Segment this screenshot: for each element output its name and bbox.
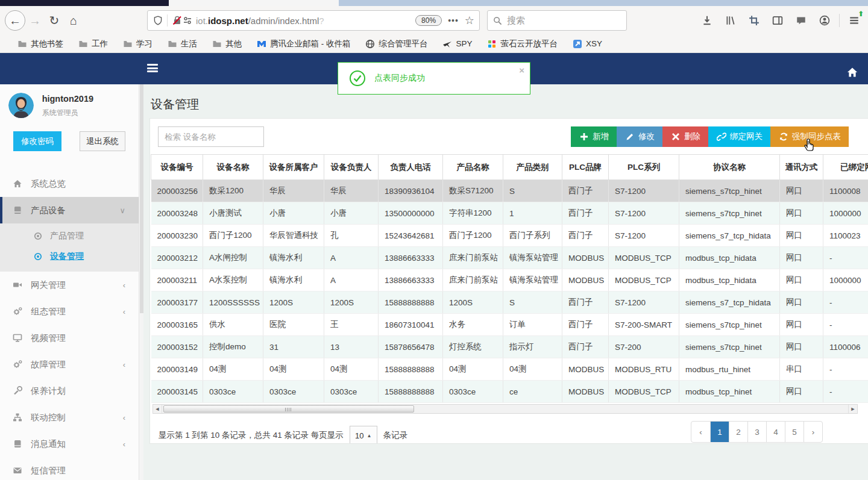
spy-icon [442, 39, 453, 49]
sidebar-item-label: 联动控制 [31, 412, 66, 423]
page-number-button[interactable]: 4 [766, 422, 785, 442]
screenshot-crop-button[interactable] [745, 11, 763, 30]
scroll-left-arrow-icon[interactable]: ◄ [153, 405, 162, 413]
page-next-button[interactable]: › [804, 422, 822, 442]
sidebar-item[interactable]: 视频管理 [0, 325, 139, 351]
browser-toolbar: ← → ↻ ⌂ iot.idosp.net/admin/index.html? … [0, 6, 868, 35]
menu-button[interactable]: ⬆ [845, 11, 863, 30]
horizontal-scrollbar[interactable]: ◄ ► [153, 404, 858, 414]
table-row[interactable]: 200003212A水闸控制镇海水利A13886663333庶来门前泵站镇海泵站… [151, 247, 868, 269]
page-number-button[interactable]: 1 [710, 422, 729, 442]
table-cell: 网口 [780, 291, 823, 314]
bookmark-item[interactable]: 萤石云开放平台 [487, 39, 558, 49]
bind-gateway-button[interactable]: 绑定网关 [708, 126, 770, 147]
table-row[interactable]: 200003230西门子1200华辰智通科技孔15243642681西门子120… [151, 225, 868, 247]
messages-button[interactable] [792, 11, 810, 30]
avatar[interactable] [8, 93, 34, 118]
page-actions-icon[interactable]: ••• [448, 16, 459, 25]
sidebars-button[interactable] [769, 11, 787, 30]
permissions-icon[interactable] [182, 16, 192, 26]
sidebar-item[interactable]: 组态管理‹ [0, 298, 139, 325]
browser-home-button[interactable]: ⌂ [64, 11, 83, 30]
table-header-row: 设备编号设备名称设备所属客户设备负责人负责人电话产品名称产品类别PLC品牌PLC… [151, 155, 868, 180]
page-number-button[interactable]: 3 [747, 422, 766, 442]
page-size-select[interactable]: 10▲ [350, 426, 377, 444]
table-row[interactable]: 200003165供水医院王18607310041水务订单西门子S7-200-S… [151, 314, 868, 336]
sidebar-item[interactable]: 系统总览 [0, 170, 139, 197]
plus-icon [579, 132, 589, 142]
bookmark-item[interactable]: 腾讯企业邮箱 - 收件箱 [256, 39, 351, 49]
forward-button[interactable]: → [25, 11, 45, 30]
table-row[interactable]: 2000031771200SSSSSS1200S1200S15888888888… [151, 291, 868, 314]
url-bar[interactable]: iot.idosp.net/admin/index.html? 80% ••• … [147, 10, 480, 31]
back-button[interactable]: ← [5, 10, 25, 31]
bookmark-item[interactable]: 生活 [167, 39, 197, 49]
bookmark-item[interactable]: SPY [442, 39, 473, 49]
zoom-level-badge[interactable]: 80% [415, 15, 442, 26]
sidebar-item[interactable]: 网关管理‹ [0, 272, 139, 298]
table-row[interactable]: 200003211A水泵控制镇海水利A13886663333庶来门前泵站镇海泵站… [151, 269, 868, 291]
sidebar-subitem[interactable]: 产品管理 [0, 226, 139, 246]
delete-button[interactable]: 删除 [662, 126, 708, 147]
table-cell: 200003211 [151, 269, 203, 291]
page-prev-button[interactable]: ‹ [691, 422, 710, 442]
column-header: 设备编号 [151, 155, 203, 180]
table-cell: 小唐 [324, 202, 379, 225]
table-cell: 1000000 [823, 269, 868, 291]
bookmark-item[interactable]: 工作 [78, 39, 108, 49]
table-row[interactable]: 2000031450303ce0303ce0303ce1588888888803… [151, 381, 868, 403]
table-cell: 小唐测试 [203, 202, 263, 225]
sidebar-item[interactable]: 联动控制‹ [0, 404, 139, 431]
table-cell: 网口 [780, 269, 823, 291]
table-row[interactable]: 200003248小唐测试小唐小唐13500000000字符串12001西门子S… [151, 202, 868, 225]
insecure-lock-icon[interactable] [172, 16, 182, 26]
table-row[interactable]: 20000314904测04测04测1588888888804测04测MODBU… [151, 358, 868, 381]
bookmark-star-icon[interactable]: ☆ [465, 14, 474, 27]
sidebar-scrollbar[interactable] [139, 84, 143, 480]
account-button[interactable] [816, 11, 834, 30]
bookmark-item[interactable]: 综合管理平台 [365, 39, 428, 49]
shield-icon[interactable] [153, 16, 163, 26]
app-home-button[interactable] [843, 63, 862, 82]
column-header: 设备所属客户 [263, 155, 324, 180]
table-row[interactable]: 200003152控制demo311315878656478灯控系统指示灯西门子… [151, 336, 868, 358]
table-cell: 04测 [324, 358, 379, 381]
table-cell: 200003256 [151, 180, 203, 202]
reload-button[interactable]: ↻ [45, 11, 64, 30]
dot-circle-icon [33, 231, 43, 242]
table-cell: MODBUS_RTU [609, 358, 679, 381]
records-summary: 显示第 1 到第 10 条记录，总共 41 条记录 每页显示 [159, 430, 344, 441]
scrollbar-thumb[interactable] [163, 405, 414, 413]
browser-search-input[interactable]: 搜索 [487, 10, 627, 31]
table-cell: 西门子1200 [443, 225, 503, 247]
page-number-button[interactable]: 2 [729, 422, 747, 442]
page-number-button[interactable]: 5 [785, 422, 804, 442]
bookmark-item[interactable]: 其他书签 [17, 39, 63, 49]
sidebar-item[interactable]: 产品设备∨ [0, 197, 139, 223]
logout-button[interactable]: 退出系统 [80, 131, 125, 151]
device-search-input[interactable] [158, 126, 264, 147]
downloads-button[interactable] [698, 11, 716, 30]
toast-close-icon[interactable]: × [519, 65, 524, 75]
edit-button[interactable]: 修改 [617, 126, 662, 147]
sidebar-item[interactable]: 保养计划 [0, 378, 139, 404]
bookmark-item[interactable]: XSY [572, 39, 602, 49]
scroll-right-arrow-icon[interactable]: ► [848, 405, 857, 413]
pencil-icon [624, 132, 635, 142]
sidebar-item[interactable]: 短信管理 [0, 457, 139, 480]
table-cell: MODBUS_TCP [609, 247, 679, 269]
library-button[interactable] [722, 11, 740, 30]
bookmark-item[interactable]: 学习 [122, 39, 153, 49]
sidebar-item[interactable]: 故障管理‹ [0, 351, 139, 378]
table-cell: 控制demo [203, 336, 263, 358]
table-cell: 200003149 [151, 358, 203, 381]
table-cell: S7-200-SMART [609, 314, 679, 336]
sidebar-subitem[interactable]: 设备管理 [0, 246, 139, 267]
chevron-icon: ‹ [123, 413, 125, 422]
table-row[interactable]: 200003256数采1200华辰华辰18390936104数采S71200S西… [151, 180, 868, 202]
sidebar-item[interactable]: 消息通知‹ [0, 431, 139, 457]
add-button[interactable]: 新增 [571, 126, 617, 147]
sidebar-toggle-button[interactable] [147, 64, 158, 72]
change-password-button[interactable]: 修改密码 [13, 131, 61, 151]
bookmark-item[interactable]: 其他 [212, 39, 242, 49]
